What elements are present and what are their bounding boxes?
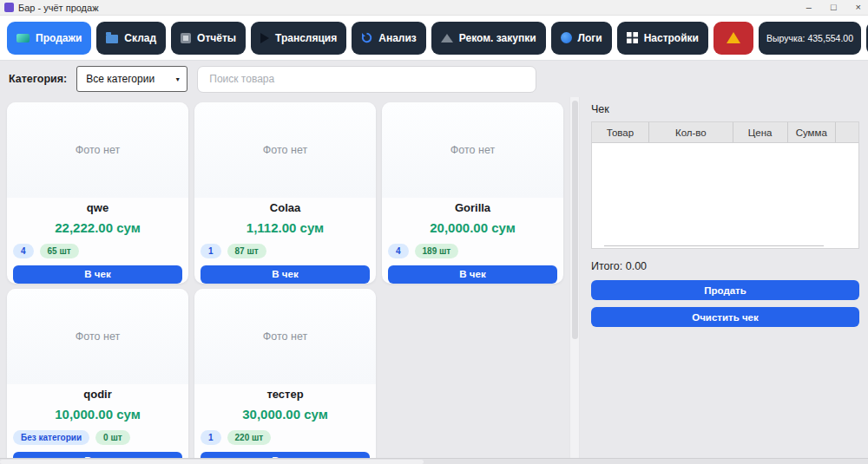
tab-settings[interactable]: Настройки [617, 22, 708, 55]
warehouse-folder-icon [106, 35, 118, 43]
product-name: Gorilla [382, 201, 563, 214]
tab-reports[interactable]: Отчёты [171, 22, 246, 55]
app-icon [4, 3, 14, 12]
category-badge: 1 [201, 430, 221, 445]
product-photo-placeholder: Фото нет [7, 102, 188, 198]
alert-button[interactable] [713, 22, 753, 55]
category-badge: 4 [388, 244, 409, 258]
close-button[interactable]: × [856, 3, 861, 12]
search-input[interactable] [197, 66, 536, 93]
main-area: Фото нет qwe 22,222.00 сум 4 65 шт В чек… [0, 97, 868, 458]
product-badges: 4 189 шт [382, 244, 563, 258]
receipt-panel: Чек Товар Кол-во Цена Сумма Итого: 0.00 … [580, 97, 868, 458]
stock-badge: 87 шт [227, 244, 266, 258]
product-badges: 4 65 шт [7, 244, 188, 258]
product-card: Фото нет qodir 10,000.00 сум Без категор… [7, 289, 188, 458]
settings-grid-icon [627, 32, 638, 43]
tab-sales-label: Продажи [36, 32, 82, 44]
revenue-chip-label: Выручка: 435,554.00 [766, 33, 853, 43]
warning-triangle-icon [727, 32, 740, 43]
product-card: Фото нет qwe 22,222.00 сум 4 65 шт В чек [7, 102, 188, 284]
receipt-title: Чек [591, 103, 859, 115]
product-card: Фото нет тестер 30,000.00 сум 1 220 шт В… [194, 289, 376, 458]
recommended-purchases-icon [441, 34, 453, 42]
logs-icon [561, 32, 572, 43]
column-header-sum: Сумма [788, 122, 836, 142]
product-badges: 1 87 шт [194, 244, 376, 258]
category-badge: Без категории [13, 430, 89, 445]
product-price: 22,222.00 сум [7, 220, 188, 235]
column-header-product: Товар [592, 122, 649, 142]
clear-receipt-button[interactable]: Очистить чек [591, 307, 859, 327]
horizontal-scrollbar[interactable] [0, 458, 868, 464]
reports-icon [181, 33, 191, 43]
category-select[interactable]: Все категории ▼ [76, 66, 187, 92]
product-grid: Фото нет qwe 22,222.00 сум 4 65 шт В чек… [0, 97, 569, 458]
products-region: Фото нет qwe 22,222.00 сум 4 65 шт В чек… [0, 97, 569, 458]
receipt-table-bottom-rule [604, 245, 824, 246]
receipt-table-header: Товар Кол-во Цена Сумма [592, 122, 858, 143]
product-badges: 1 220 шт [194, 430, 376, 445]
maximize-button[interactable]: □ [831, 3, 837, 12]
column-header-price: Цена [733, 122, 788, 142]
category-badge: 4 [13, 244, 34, 258]
filter-bar: Категория: Все категории ▼ [0, 61, 868, 97]
category-label: Категория: [9, 73, 67, 85]
total-label: Итого: 0.00 [591, 260, 859, 272]
product-name: Colaa [194, 201, 376, 214]
minimize-button[interactable]: – [806, 3, 812, 12]
product-name: qwe [7, 201, 188, 214]
stock-badge: 220 шт [227, 430, 272, 445]
product-price: 1,112.00 сум [194, 220, 376, 235]
category-select-value: Все категории [86, 73, 155, 85]
column-header-actions [836, 122, 858, 142]
add-to-receipt-button[interactable]: В чек [201, 265, 370, 284]
nav-bar: Продажи Склад Отчёты Трансляция Анализ Р… [0, 16, 868, 61]
product-card: Фото нет Colaa 1,112.00 сум 1 87 шт В че… [194, 102, 376, 284]
vertical-scrollbar[interactable] [569, 97, 580, 458]
tab-recommended-purchases-label: Реком. закупки [459, 32, 536, 44]
product-photo-placeholder: Фото нет [382, 102, 563, 198]
add-to-receipt-button[interactable]: В чек [13, 265, 182, 284]
add-to-receipt-button[interactable]: В чек [13, 452, 182, 458]
tab-logs[interactable]: Логи [551, 22, 612, 55]
add-to-receipt-button[interactable]: В чек [388, 265, 557, 284]
tab-settings-label: Настройки [644, 32, 699, 44]
product-photo-placeholder: Фото нет [194, 102, 376, 198]
window-title: Бар - учёт продаж [18, 3, 99, 13]
chevron-down-icon: ▼ [174, 76, 181, 82]
vertical-scrollbar-thumb[interactable] [572, 101, 578, 339]
receipt-table: Товар Кол-во Цена Сумма [591, 121, 859, 249]
column-header-quantity: Кол-во [649, 122, 733, 142]
title-bar: Бар - учёт продаж – □ × [0, 0, 868, 16]
tab-broadcast[interactable]: Трансляция [251, 22, 346, 55]
window-controls: – □ × [806, 3, 861, 12]
tab-sales[interactable]: Продажи [7, 22, 91, 55]
product-card: Фото нет Gorilla 20,000.00 сум 4 189 шт … [382, 102, 563, 284]
revenue-chip[interactable]: Выручка: 435,554.00 [759, 22, 861, 55]
sales-icon [16, 34, 30, 42]
product-photo-placeholder: Фото нет [7, 289, 188, 384]
tab-reports-label: Отчёты [197, 32, 236, 44]
product-price: 20,000.00 сум [382, 220, 563, 235]
product-price: 10,000.00 сум [7, 407, 188, 422]
stock-badge: 0 шт [95, 430, 130, 445]
product-name: тестер [194, 388, 376, 401]
horizontal-scrollbar-thumb[interactable] [0, 460, 424, 464]
product-photo-placeholder: Фото нет [194, 289, 376, 384]
category-badge: 1 [201, 244, 221, 258]
product-badges: Без категории 0 шт [7, 430, 188, 445]
product-name: qodir [7, 388, 188, 401]
tab-recommended-purchases[interactable]: Реком. закупки [431, 22, 546, 55]
tab-warehouse[interactable]: Склад [96, 22, 166, 55]
broadcast-play-icon [260, 33, 269, 43]
tab-analysis[interactable]: Анализ [352, 22, 426, 55]
sell-button[interactable]: Продать [591, 280, 859, 300]
stock-badge: 65 шт [40, 244, 79, 258]
analysis-refresh-icon [361, 32, 372, 43]
tab-warehouse-label: Склад [124, 32, 156, 44]
tab-logs-label: Логи [578, 32, 602, 44]
product-price: 30,000.00 сум [194, 407, 376, 422]
add-to-receipt-button[interactable]: В чек [201, 452, 370, 458]
stock-badge: 189 шт [415, 244, 459, 258]
